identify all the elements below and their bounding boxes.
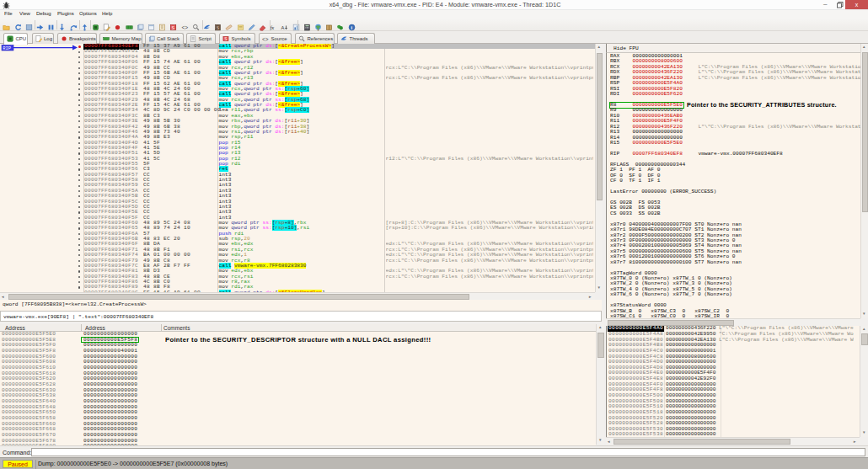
svg-text:RIP: RIP: [3, 45, 11, 51]
svg-text:fx: fx: [271, 24, 275, 29]
svg-text:<>: <>: [181, 24, 188, 30]
svg-text:A: A: [281, 24, 285, 29]
svg-text:S: S: [217, 24, 219, 29]
svg-text:i: i: [351, 24, 352, 29]
svg-text:<>: <>: [262, 37, 269, 42]
